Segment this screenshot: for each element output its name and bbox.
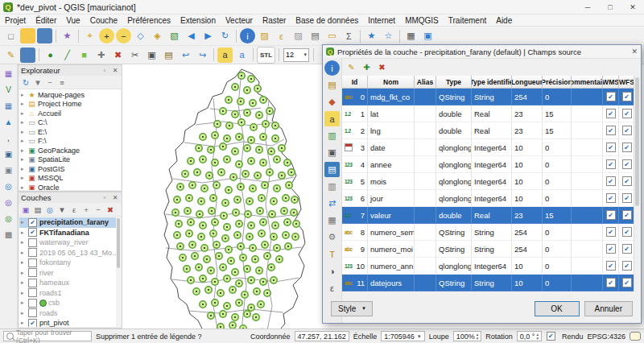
collapse-all-icon[interactable]: −: [93, 205, 104, 215]
maximize-button[interactable]: □: [599, 0, 621, 14]
pan-map-icon[interactable]: ⌖: [82, 28, 97, 43]
add-vector-layer-icon[interactable]: V: [2, 83, 15, 97]
paste-features-icon[interactable]: ▤: [161, 48, 176, 63]
expand-arrow-icon[interactable]: ▸: [21, 184, 27, 190]
expand-all-icon[interactable]: +: [80, 205, 92, 215]
add-mesh-layer-icon[interactable]: ▲: [2, 115, 15, 129]
browser-item-spatialite[interactable]: ▸▣SpatiaLite: [19, 155, 121, 165]
wms-checkbox[interactable]: ✔: [606, 126, 616, 135]
field-row-annee[interactable]: 1234anneeqlonglongInteger64100✔✔: [342, 156, 635, 173]
menu-diter[interactable]: Éditer: [31, 16, 61, 25]
properties-tab-auxiliary-storage[interactable]: ▦: [324, 213, 340, 228]
column-header-wfs[interactable]: WFS: [619, 76, 635, 89]
browser-item-postgis[interactable]: ▸▣PostGIS: [19, 164, 121, 174]
expand-arrow-icon[interactable]: ▸: [21, 259, 27, 266]
expand-arrow-icon[interactable]: ▸: [21, 279, 27, 286]
menu-aide[interactable]: Aide: [491, 16, 517, 25]
move-label-icon[interactable]: a: [234, 48, 250, 63]
add-xyz-layer-icon[interactable]: ▩: [2, 228, 15, 242]
vertex-tool-icon[interactable]: ✚: [93, 48, 109, 63]
open-layer-styling-icon[interactable]: ▣: [20, 205, 31, 215]
wfs-checkbox[interactable]: ✔: [622, 227, 632, 237]
collapse-all-browser-icon[interactable]: −: [44, 77, 56, 88]
menu-traitement[interactable]: Traitement: [444, 16, 491, 25]
manage-map-themes-icon[interactable]: ◎: [44, 205, 56, 215]
float-panel-icon[interactable]: ▫: [101, 67, 109, 74]
style-menu-button[interactable]: Style ▾: [331, 301, 373, 316]
wms-checkbox[interactable]: ✔: [606, 227, 616, 237]
field-row-mois[interactable]: 1235moisqlonglongInteger64100✔✔: [342, 173, 635, 190]
properties-tab-display[interactable]: T: [324, 246, 340, 262]
properties-tab-joins[interactable]: ⇄: [324, 196, 340, 211]
layer-labeling-icon[interactable]: a: [217, 48, 233, 63]
column-header-type[interactable]: Type: [436, 76, 472, 89]
wfs-checkbox[interactable]: ✔: [622, 143, 632, 152]
browser-item-geopackage[interactable]: ▸▣GeoPackage: [19, 146, 121, 155]
coordinate-input[interactable]: 47.257, 21.162: [295, 331, 349, 341]
wfs-checkbox[interactable]: ✔: [622, 261, 632, 271]
font-size-combo[interactable]: 12▾: [283, 48, 309, 62]
field-row-lng[interactable]: 1.22lngdoubleReal2315✔✔: [342, 122, 635, 139]
toggle-editing-icon[interactable]: ✎: [3, 48, 19, 63]
log-messages-icon[interactable]: [630, 332, 641, 341]
menu-vue[interactable]: Vue: [61, 16, 85, 25]
add-polygon-feature-icon[interactable]: ■: [76, 48, 92, 63]
layer-visibility-checkbox[interactable]: [28, 248, 37, 257]
browser-item-c[interactable]: ▸▭C:\: [19, 118, 121, 128]
toggle-field-editing-icon[interactable]: ✎: [345, 61, 357, 73]
expand-arrow-icon[interactable]: ▸: [21, 310, 27, 316]
layer-visibility-checkbox[interactable]: [28, 228, 37, 237]
open-project-icon[interactable]: [20, 28, 35, 43]
layer-visibility-checkbox[interactable]: [28, 258, 37, 267]
column-header-pr-cision[interactable]: Précision: [543, 76, 572, 89]
column-header-longueur[interactable]: Longueur: [512, 76, 543, 89]
field-row-lat[interactable]: 1.21latdoubleReal2315✔✔: [342, 105, 635, 122]
delete-selected-icon[interactable]: ✖: [110, 48, 126, 63]
layer-item-river[interactable]: ▸river: [19, 268, 121, 279]
menu-mmqgis[interactable]: MMQGIS: [400, 16, 444, 25]
expand-arrow-icon[interactable]: ▸: [21, 250, 27, 256]
layer-item-fktifanadiana[interactable]: ▸FKTifanadiana: [19, 228, 121, 238]
expand-arrow-icon[interactable]: ▸: [21, 156, 27, 163]
wms-checkbox[interactable]: ✔: [606, 261, 616, 271]
locator-search-input[interactable]: Taper pour trouver (Ctrl+K): [3, 331, 92, 341]
spinner-icon[interactable]: ▴▾: [477, 333, 479, 341]
copy-features-icon[interactable]: ▣: [144, 48, 159, 63]
field-row-date[interactable]: 3dateqlonglongInteger64100✔✔: [342, 139, 635, 156]
identify-features-icon[interactable]: i: [240, 28, 255, 43]
scrollbar-thumb[interactable]: [635, 77, 639, 206]
scrollbar-thumb[interactable]: [117, 218, 120, 268]
select-by-expression-icon[interactable]: ε: [274, 28, 289, 43]
render-checkbox[interactable]: [547, 332, 555, 341]
layer-item-pnt-pivot[interactable]: ▸pnt_pivot: [19, 318, 121, 327]
zoom-out-icon[interactable]: −: [116, 28, 131, 43]
wfs-checkbox[interactable]: ✔: [622, 92, 632, 101]
wms-checkbox[interactable]: ✔: [606, 193, 616, 203]
menu-vecteur[interactable]: Vecteur: [221, 16, 258, 25]
delete-field-icon[interactable]: ✖: [376, 61, 388, 73]
add-wms-layer-icon[interactable]: ◎: [2, 180, 15, 193]
filter-browser-icon[interactable]: ▼: [32, 77, 43, 88]
wms-checkbox[interactable]: ✔: [606, 143, 616, 152]
properties-tab-view-3d[interactable]: ▣: [324, 145, 340, 160]
column-header-alias[interactable]: Alias: [415, 76, 436, 89]
remove-layer-icon[interactable]: ✖: [105, 205, 116, 215]
wms-checkbox[interactable]: ✔: [606, 244, 616, 254]
browser-item-mssql[interactable]: ▸▣MSSQL: [19, 174, 121, 184]
add-point-feature-icon[interactable]: ●: [43, 48, 58, 63]
expand-arrow-icon[interactable]: ▸: [21, 110, 27, 117]
expand-arrow-icon[interactable]: ▸: [21, 290, 27, 296]
properties-tab-diagrams[interactable]: ▥: [324, 128, 340, 143]
layer-visibility-checkbox[interactable]: [28, 288, 37, 297]
open-data-source-manager-icon[interactable]: ▦: [2, 67, 15, 81]
layer-item-hameaux[interactable]: ▸hameaux: [19, 278, 121, 288]
zoom-to-layer-icon[interactable]: ▧: [167, 28, 182, 43]
expand-arrow-icon[interactable]: ▸: [21, 119, 27, 126]
filter-legend-icon[interactable]: ▼: [56, 205, 68, 215]
expand-arrow-icon[interactable]: ▸: [21, 320, 27, 326]
wfs-checkbox[interactable]: ✔: [622, 109, 632, 118]
layer-item-2019-05-06-13-43-mon-1-gpx[interactable]: ▸2019 05 06_13 43_Mon_1.gpx: [19, 248, 121, 258]
save-project-icon[interactable]: [37, 28, 52, 43]
field-row-numero-moi[interactable]: abc9numero_moiQStringString2540✔✔: [342, 241, 635, 258]
properties-tab-rendering[interactable]: ◑: [324, 263, 340, 279]
